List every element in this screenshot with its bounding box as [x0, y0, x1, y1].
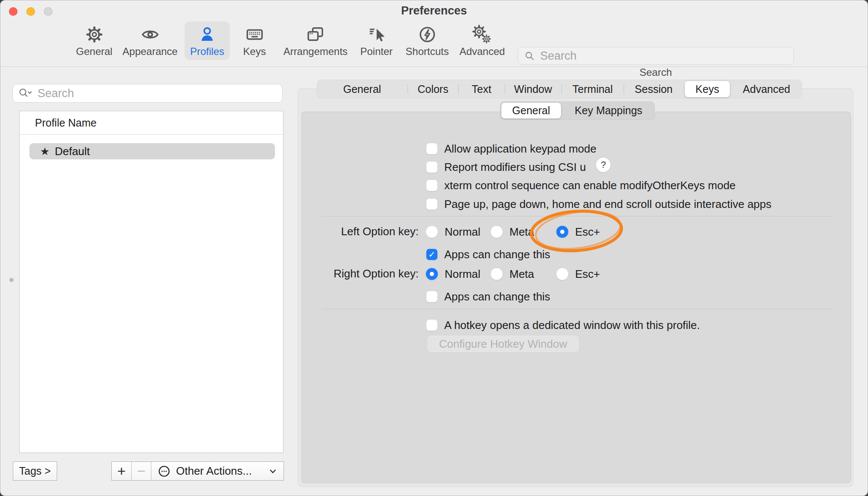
toolbar: General Appearance Profiles	[0, 20, 868, 66]
windows-icon	[306, 25, 325, 44]
toolbar-item-appearance[interactable]: Appearance	[117, 21, 183, 60]
left-option-key-label: Left Option key:	[294, 225, 419, 237]
radio-unselected[interactable]	[426, 226, 438, 238]
checkbox-row-keypad-mode[interactable]: Allow application keypad mode	[426, 142, 596, 156]
tab-window[interactable]: Window	[505, 80, 561, 98]
toolbar-item-general[interactable]: General	[70, 21, 118, 60]
tab-advanced[interactable]: Advanced	[731, 80, 802, 98]
tab-colors[interactable]: Colors	[408, 80, 458, 98]
right-option-meta-radio[interactable]: Meta	[491, 267, 534, 281]
hotkey-checkbox-row[interactable]: A hotkey opens a dedicated window with t…	[426, 318, 700, 332]
profile-tab-bar: General Colors Text Window Terminal Sess…	[317, 80, 802, 98]
search-with-menu-icon	[18, 87, 33, 99]
left-option-esc-radio[interactable]: Esc+	[556, 225, 600, 239]
preferences-window: Preferences General Appearance	[0, 0, 868, 496]
tags-button[interactable]: Tags >	[13, 461, 57, 481]
checkbox-unchecked[interactable]	[426, 161, 437, 173]
checkbox-unchecked[interactable]	[426, 143, 437, 154]
checkbox-row-page-scroll[interactable]: Page up, page down, home and end scroll …	[426, 197, 772, 211]
toolbar-search-field[interactable]	[518, 47, 794, 65]
checkbox-row-modifyotherkeys[interactable]: xterm control sequence can enable modify…	[426, 179, 736, 192]
toolbar-separator	[0, 66, 868, 67]
profile-name: Default	[55, 145, 90, 158]
titlebar: Preferences	[0, 0, 868, 20]
right-apps-can-change-row[interactable]: Apps can change this	[426, 290, 550, 303]
tab-session[interactable]: Session	[624, 80, 683, 98]
radio-selected[interactable]	[426, 268, 438, 280]
profile-list: Profile Name ★ Default	[19, 111, 284, 453]
checkbox-unchecked[interactable]	[426, 180, 437, 191]
subtab-key-mappings[interactable]: Key Mappings	[562, 101, 655, 120]
checkbox-checked[interactable]	[426, 249, 437, 260]
help-button[interactable]: ?	[596, 158, 610, 172]
right-option-key-label: Right Option key:	[294, 268, 419, 280]
toolbar-search-input[interactable]	[539, 49, 787, 63]
left-option-normal-radio[interactable]: Normal	[426, 225, 480, 239]
radio-unselected[interactable]	[491, 268, 503, 280]
profile-search-input[interactable]	[37, 87, 277, 101]
configure-hotkey-window-button[interactable]: Configure Hotkey Window	[427, 335, 579, 352]
toolbar-item-shortcuts[interactable]: Shortcuts	[400, 21, 454, 60]
gears-icon	[472, 25, 492, 44]
toolbar-item-pointer[interactable]: Pointer	[355, 21, 398, 60]
radio-unselected[interactable]	[556, 268, 568, 280]
keys-subtab-bar: General Key Mappings	[500, 101, 655, 120]
right-option-normal-radio[interactable]: Normal	[426, 267, 480, 281]
checkbox-unchecked[interactable]	[426, 291, 437, 302]
checkbox-unchecked[interactable]	[426, 199, 437, 210]
toolbar-item-keys[interactable]: Keys	[237, 21, 271, 60]
profile-actions-group: + − Other Actions...	[111, 461, 284, 481]
toolbar-search-label: Search	[518, 66, 794, 78]
toolbar-item-advanced[interactable]: Advanced	[454, 21, 511, 60]
section-divider	[322, 216, 831, 216]
star-icon: ★	[40, 146, 49, 157]
ellipsis-circle-icon	[157, 464, 171, 478]
checkbox-row-csi-u[interactable]: Report modifiers using CSI u	[426, 160, 586, 174]
radio-selected[interactable]	[556, 226, 568, 238]
left-apps-can-change-row[interactable]: Apps can change this	[426, 248, 550, 261]
bolt-circle-icon	[417, 25, 437, 44]
person-icon	[197, 25, 217, 44]
add-profile-button[interactable]: +	[112, 462, 132, 480]
profile-search-field[interactable]	[12, 84, 283, 103]
eye-icon	[140, 25, 160, 44]
left-option-meta-radio[interactable]: Meta	[491, 225, 534, 239]
gear-icon	[84, 25, 104, 44]
cursor-icon	[367, 25, 386, 44]
toolbar-item-profiles[interactable]: Profiles	[185, 21, 230, 60]
toolbar-item-arrangements[interactable]: Arrangements	[278, 21, 353, 60]
tab-general[interactable]: General	[317, 80, 408, 98]
remove-profile-button[interactable]: −	[132, 462, 151, 480]
subtab-general[interactable]: General	[501, 103, 561, 118]
tab-keys[interactable]: Keys	[685, 81, 729, 97]
radio-unselected[interactable]	[491, 226, 503, 238]
window-title: Preferences	[0, 4, 868, 17]
other-actions-dropdown[interactable]: Other Actions...	[151, 462, 284, 480]
profile-list-header: Profile Name	[20, 111, 283, 135]
tab-terminal[interactable]: Terminal	[561, 80, 624, 98]
chevron-down-icon	[268, 467, 278, 476]
checkbox-unchecked[interactable]	[426, 320, 437, 331]
tab-text[interactable]: Text	[458, 80, 504, 98]
other-actions-label: Other Actions...	[176, 464, 263, 478]
right-option-esc-radio[interactable]: Esc+	[556, 267, 600, 281]
window-edge-dot	[9, 278, 14, 282]
section-divider	[322, 309, 831, 309]
profile-row-default[interactable]: ★ Default	[29, 143, 275, 159]
search-icon	[524, 50, 535, 61]
keyboard-icon	[245, 25, 264, 44]
